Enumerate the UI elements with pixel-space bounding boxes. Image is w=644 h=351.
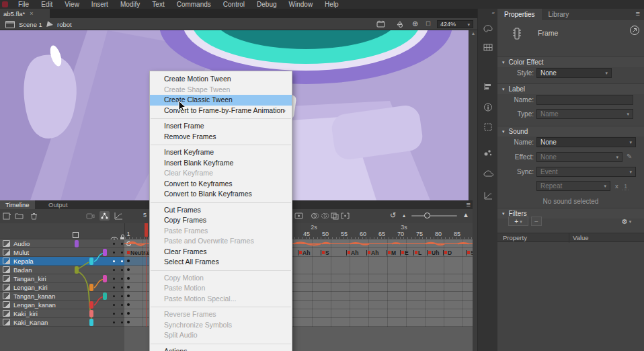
outline-color-icon[interactable] — [73, 232, 79, 238]
document-tab[interactable]: ab5.fla* × — [0, 9, 50, 18]
menu-modify[interactable]: Modify — [114, 0, 146, 9]
menu-item-clear-frames[interactable]: Clear Frames — [150, 247, 292, 258]
pencil-icon[interactable]: ✎ — [627, 153, 632, 160]
menu-item-label: Convert to Keyframes — [164, 180, 233, 188]
playhead[interactable] — [145, 223, 148, 237]
menu-bar: File Edit View Insert Modify Text Comman… — [0, 0, 644, 9]
center-stage-icon[interactable]: ⊕ — [412, 20, 421, 27]
timeline-zoom-out-icon[interactable]: ▴ — [403, 212, 405, 219]
close-icon[interactable]: × — [30, 10, 33, 17]
swatches-icon[interactable] — [483, 44, 493, 52]
graph-editor-icon[interactable] — [114, 212, 123, 220]
menu-item-cut-frames[interactable]: Cut Frames — [150, 205, 292, 216]
color-palette-icon[interactable] — [483, 25, 493, 33]
menu-item-create-classic-tween[interactable]: Create Classic Tween — [150, 95, 292, 106]
menu-item-actions[interactable]: Actions — [150, 346, 292, 351]
menu-item-create-motion-tween[interactable]: Create Motion Tween — [150, 74, 292, 85]
section-label[interactable]: ▾Label — [497, 83, 644, 94]
new-folder-icon[interactable] — [15, 212, 24, 220]
onion-skin-outline-icon[interactable] — [321, 212, 329, 220]
layer-name: Tangan_kiri — [13, 275, 46, 282]
section-sound[interactable]: ▾Sound — [497, 126, 644, 136]
sound-name-select[interactable]: None ▾ — [536, 137, 636, 147]
frame-label-flag-icon — [388, 251, 391, 254]
timeline-zoom-in-icon[interactable]: ▲ — [462, 211, 469, 219]
timeline-menu-icon[interactable]: ≡ — [467, 200, 471, 208]
scroll-up-icon[interactable]: ▴ — [472, 30, 475, 36]
camera-icon[interactable] — [376, 20, 386, 28]
menu-control[interactable]: Control — [217, 0, 251, 9]
menu-debug[interactable]: Debug — [251, 0, 282, 9]
menu-file[interactable]: File — [12, 0, 35, 9]
layer-icon — [3, 301, 10, 308]
frame-label: Ah — [351, 249, 358, 256]
tab-library[interactable]: Library — [542, 9, 576, 20]
menu-text[interactable]: Text — [146, 0, 170, 9]
remove-filter-button[interactable]: − — [531, 217, 542, 226]
tab-timeline[interactable]: Timeline — [0, 200, 35, 209]
tab-properties[interactable]: Properties — [497, 9, 542, 20]
frame-label-flag-icon — [444, 251, 447, 254]
onion-skin-icon[interactable] — [311, 212, 319, 220]
sound-sync-select: Event ▾ — [536, 167, 636, 177]
transform-icon[interactable] — [483, 123, 493, 131]
frame-label-flag-icon — [415, 251, 417, 254]
motion-editor-icon[interactable] — [483, 192, 493, 200]
menu-item-convert-to-frame-by-frame[interactable]: Convert to Frame-by-Frame Animation› — [150, 106, 292, 116]
menu-window[interactable]: Window — [283, 0, 319, 9]
breadcrumb-scene[interactable]: Scene 1 — [5, 18, 42, 30]
menu-view[interactable]: View — [58, 0, 85, 9]
menu-item-insert-frame[interactable]: Insert Frame — [150, 121, 292, 132]
menu-item-copy-frames[interactable]: Copy Frames — [150, 215, 292, 226]
panel-menu-icon[interactable]: ≡ — [636, 9, 640, 17]
new-layer-icon[interactable] — [3, 212, 11, 220]
stage-scrollbar[interactable]: ▴ — [469, 30, 477, 200]
add-filter-button[interactable]: + ▾ — [508, 217, 528, 226]
menu-item-insert-blank-keyframe[interactable]: Insert Blank Keyframe — [150, 158, 292, 169]
mouse-cursor — [177, 100, 187, 114]
breadcrumb-symbol[interactable]: robot — [47, 18, 72, 30]
menu-insert[interactable]: Insert — [85, 0, 114, 9]
delete-layer-icon[interactable] — [30, 212, 38, 220]
filters-table-header: Property Value — [497, 233, 644, 242]
edit-multiple-frames-icon[interactable] — [331, 212, 339, 220]
layer-name: Audio — [13, 240, 30, 247]
section-color-effect[interactable]: ▾Color Effect — [497, 56, 644, 67]
publish-settings-icon[interactable] — [629, 25, 640, 38]
modify-markers-icon[interactable] — [341, 212, 350, 220]
collapse-dock-icon[interactable]: « — [478, 9, 497, 16]
timeline-zoom-slider-knob[interactable] — [424, 212, 430, 219]
label-name-input[interactable] — [536, 95, 633, 105]
value-column-header: Value — [573, 233, 589, 243]
menu-item-select-all-frames[interactable]: Select All Frames — [150, 257, 292, 268]
creative-cloud-icon[interactable] — [483, 170, 493, 178]
info-icon[interactable] — [483, 103, 493, 111]
fill-color-icon[interactable] — [395, 20, 405, 28]
ruler-number: 50 — [322, 231, 329, 237]
brush-particles-icon[interactable] — [483, 149, 493, 157]
layer-icon — [3, 284, 10, 290]
ruler-number: 60 — [360, 231, 366, 237]
camera-layer-icon[interactable] — [86, 212, 95, 220]
clip-content-icon[interactable]: □ — [426, 20, 436, 27]
menu-edit[interactable]: Edit — [35, 0, 58, 9]
keyframe-dot — [127, 303, 130, 306]
reset-timeline-zoom-icon[interactable]: ↺ — [390, 211, 396, 220]
menu-item-convert-to-keyframes[interactable]: Convert to Keyframes — [150, 179, 292, 190]
tab-output[interactable]: Output — [43, 200, 73, 209]
properties-tab-bar: Properties Library ≡ — [497, 9, 644, 20]
filter-options-button[interactable]: ⚙ ▾ — [617, 217, 636, 226]
menu-item-convert-to-blank-keyframes[interactable]: Convert to Blank Keyframes — [150, 189, 292, 200]
menu-item-label: Paste and Overwrite Frames — [164, 237, 254, 245]
show-parenting-view-icon[interactable] — [99, 211, 110, 221]
style-select[interactable]: None ▾ — [536, 68, 612, 78]
align-icon[interactable] — [483, 83, 493, 91]
menu-item-remove-frames[interactable]: Remove Frames — [150, 132, 292, 143]
menu-item-paste-frames: Paste Frames — [150, 226, 292, 237]
center-frame-icon[interactable] — [294, 212, 303, 220]
menu-item-insert-keyframe[interactable]: Insert Keyframe — [150, 147, 292, 158]
menu-commands[interactable]: Commands — [171, 0, 217, 9]
menu-help[interactable]: Help — [319, 0, 345, 9]
timeline-zoom-slider-track[interactable] — [411, 215, 457, 217]
stage-zoom-select[interactable]: 424% ▾ — [437, 20, 473, 28]
